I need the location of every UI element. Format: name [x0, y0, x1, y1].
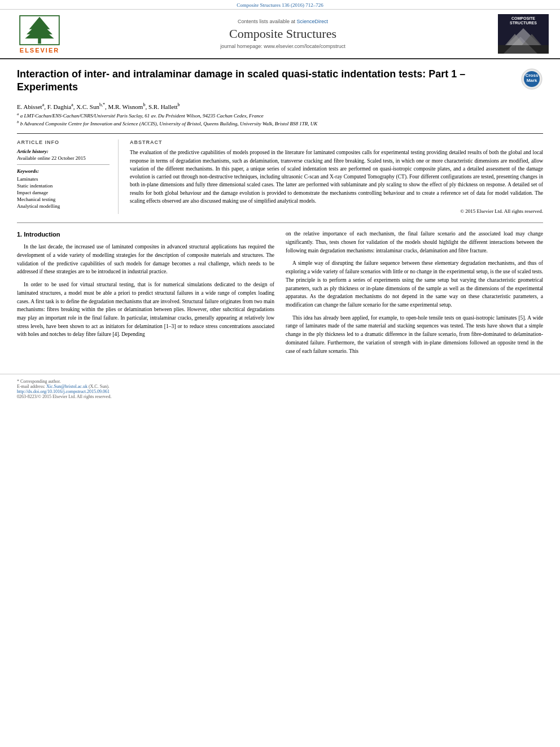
crossmark-icon: Cross Mark: [520, 68, 543, 90]
elsevier-logo: ELSEVIER: [11, 15, 68, 54]
composite-structures-logo: COMPOSITESTRUCTURES: [498, 14, 549, 54]
article-title: Interaction of inter- and intralaminar d…: [17, 68, 515, 94]
keyword-mechanical-testing: Mechanical testing: [17, 196, 110, 202]
journal-homepage: journal homepage: www.elsevier.com/locat…: [68, 43, 498, 49]
corresponding-author-note: * Corresponding author.: [17, 379, 543, 384]
article-info-column: ARTICLE INFO Article history: Available …: [17, 139, 119, 214]
sciencedirect-link[interactable]: ScienceDirect: [297, 19, 329, 24]
copyright-line: 0263-8223/© 2015 Elsevier Ltd. All right…: [17, 394, 543, 399]
superscript-a2: a: [71, 102, 73, 107]
article-history-label: Article history:: [17, 148, 110, 154]
abstract-text: The evaluation of the predictive capabil…: [130, 148, 543, 205]
right-para-1: on the relative importance of each mecha…: [286, 230, 543, 255]
svg-text:Mark: Mark: [527, 78, 537, 83]
authors-line: E. Abisseta, F. Daghiaa, X.C. Sunb,*, M.…: [17, 102, 543, 110]
superscript-b3: b: [178, 102, 180, 107]
doi-line: http://dx.doi.org/10.1016/j.compstruct.2…: [17, 389, 543, 394]
body-columns: 1. Introduction In the last decade, the …: [17, 230, 543, 360]
journal-header: ELSEVIER Contents lists available at Sci…: [0, 10, 560, 59]
abstract-heading: ABSTRACT: [130, 139, 543, 145]
keyword-impact-damage: Impact damage: [17, 190, 110, 195]
journal-reference-bar: Composite Structures 136 (2016) 712–726: [0, 0, 560, 10]
abstract-copyright: © 2015 Elsevier Ltd. All rights reserved…: [130, 208, 543, 214]
journal-reference: Composite Structures 136 (2016) 712–726: [237, 2, 323, 8]
abstract-column: ABSTRACT The evaluation of the predictiv…: [130, 139, 543, 214]
article-info-heading: ARTICLE INFO: [17, 139, 110, 145]
superscript-a: a: [42, 102, 45, 107]
composite-logo-shapes-icon: [498, 23, 549, 54]
page-footer: * Corresponding author. E-mail address: …: [0, 374, 560, 403]
intro-para-1: In the last decade, the increased use of…: [17, 243, 274, 276]
affiliation-a: a a LMT-Cachan/ENS-Cachan/CNRS/Universit…: [17, 112, 543, 119]
email-link[interactable]: Xic.Sun@bristol.ac.uk: [46, 384, 88, 389]
section-1-heading: 1. Introduction: [17, 230, 274, 239]
right-para-2: A simple way of disrupting the failure s…: [286, 259, 543, 309]
contents-line: Contents lists available at ScienceDirec…: [68, 19, 498, 24]
article-content: Interaction of inter- and intralaminar d…: [0, 59, 560, 368]
crossmark-logo: Cross Mark: [520, 68, 543, 90]
article-available-online: Available online 22 October 2015: [17, 155, 110, 161]
affiliation-b: b b Advanced Composite Centre for Innova…: [17, 120, 543, 126]
divider: [17, 164, 110, 165]
article-title-section: Interaction of inter- and intralaminar d…: [17, 68, 543, 98]
elsevier-label: ELSEVIER: [20, 47, 59, 54]
right-para-3: This idea has already been applied, for …: [286, 314, 543, 356]
page-wrapper: Composite Structures 136 (2016) 712–726 …: [0, 0, 560, 747]
journal-title: Composite Structures: [68, 27, 498, 41]
superscript-b2: b: [143, 102, 145, 107]
body-col-left: 1. Introduction In the last decade, the …: [17, 230, 274, 360]
keyword-static-indentation: Static indentation: [17, 183, 110, 189]
keyword-analytical-modelling: Analytical modelling: [17, 203, 110, 209]
intro-para-2: In order to be used for virtual structur…: [17, 281, 274, 339]
article-info-abstract-section: ARTICLE INFO Article history: Available …: [17, 133, 543, 214]
section-divider: [17, 222, 543, 223]
composite-logo-text: COMPOSITESTRUCTURES: [510, 16, 537, 26]
email-line: E-mail address: Xic.Sun@bristol.ac.uk (X…: [17, 384, 543, 389]
svg-text:Cross: Cross: [526, 73, 539, 78]
superscript-b: b,*: [99, 102, 105, 107]
keyword-laminates: Laminates: [17, 176, 110, 182]
elsevier-tree-icon: [17, 15, 62, 46]
journal-center: Contents lists available at ScienceDirec…: [68, 19, 498, 49]
doi-link[interactable]: http://dx.doi.org/10.1016/j.compstruct.2…: [17, 389, 110, 394]
body-col-right: on the relative importance of each mecha…: [286, 230, 543, 360]
keywords-label: Keywords:: [17, 168, 110, 174]
